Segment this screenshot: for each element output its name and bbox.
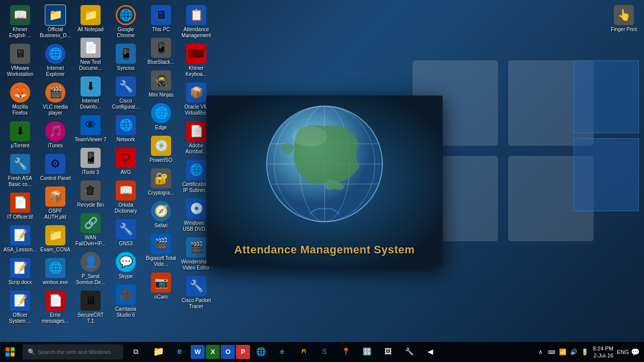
icon-finger-print[interactable]: 👆 Finger Print xyxy=(606,3,641,35)
tray-network-icon[interactable]: 📶 xyxy=(557,347,568,357)
icon-label: Fresh ASA Basic co... xyxy=(4,175,36,188)
popup-globe-area xyxy=(206,96,443,232)
icon-control-panel[interactable]: ⚙ Control Panel xyxy=(38,151,73,184)
icon-safari[interactable]: 🧭 Safari xyxy=(143,199,179,231)
icon-recycle-bin[interactable]: 🗑 Recycle Bin xyxy=(73,178,108,211)
icon-edge[interactable]: 🌐 Edge xyxy=(143,101,179,133)
taskbar-word[interactable]: W xyxy=(191,345,205,359)
syncios-icon: 📱 xyxy=(116,44,136,64)
this-pc-icon: 🖥 xyxy=(151,5,171,25)
icon-google-chrome[interactable]: 🌐 Google Chrome xyxy=(108,3,143,41)
icon-wan-failover[interactable]: 🔗 WAN FailOver+IP... xyxy=(73,211,108,249)
taskbar-edge[interactable]: e xyxy=(170,342,190,362)
icon-orkida-dict[interactable]: 📖 Orkida Dictionary xyxy=(108,178,143,217)
icon-label: Internet Downlo... xyxy=(74,98,107,110)
icon-syncios[interactable]: 📱 Syncios xyxy=(108,41,143,74)
icon-cisco-packet[interactable]: 🔧 Cisco Packet Tracer xyxy=(179,274,214,312)
icon-label: Official Business_D... xyxy=(39,27,71,39)
icon-internet-download[interactable]: ⬇ Internet Downlo... xyxy=(73,74,108,113)
icon-vlc[interactable]: 🎬 VLC media player xyxy=(38,80,73,119)
tray-volume-icon[interactable]: 🔊 xyxy=(569,347,579,357)
icon-label: µTorrent xyxy=(11,143,30,149)
start-button[interactable] xyxy=(0,342,20,362)
icon-attendance-mgmt[interactable]: 📋 Attendance Management xyxy=(179,3,214,41)
taskbar-back[interactable]: ◀ xyxy=(420,342,440,362)
icon-cisco-config[interactable]: 🔧 Cisco Configurat... xyxy=(108,74,143,113)
icon-securecrt[interactable]: 🖥 SecureCRT 7.1 xyxy=(73,288,108,327)
icon-avg[interactable]: 🛡 AVG xyxy=(108,145,143,178)
icon-firefox[interactable]: 🦊 Mozilla Firefox xyxy=(3,80,38,119)
icon-exam-ccna[interactable]: 📁 Exam_CCNA xyxy=(38,223,73,255)
icon-label: iTools 3 xyxy=(82,169,99,175)
taskbar-calc[interactable]: 🔢 xyxy=(357,342,377,362)
ie-icon: 🌐 xyxy=(45,44,65,64)
taskbar-skype[interactable]: S xyxy=(314,342,335,362)
icon-bluestack[interactable]: 📱 BlueStack... xyxy=(143,35,179,68)
taskbar-ppt[interactable]: P xyxy=(236,345,250,359)
icon-officer-system[interactable]: 📝 Officer System ... xyxy=(3,288,38,327)
icon-poweriso[interactable]: 💿 PowerISO xyxy=(143,133,179,166)
tray-notification-icon[interactable]: 💬 xyxy=(630,347,640,357)
tray-language[interactable]: ENG xyxy=(617,349,629,355)
psand-icon: 👤 xyxy=(80,252,101,272)
icon-skype[interactable]: 💬 Skype xyxy=(108,249,143,282)
taskview-button[interactable]: ⧉ xyxy=(126,342,146,362)
skype-icon: 💬 xyxy=(116,252,136,272)
taskbar-tools[interactable]: 🔧 xyxy=(399,342,419,362)
taskbar-excel[interactable]: X xyxy=(206,345,220,359)
icon-label: GNS3 xyxy=(119,241,132,247)
icon-fresh-asa[interactable]: 🔧 Fresh ASA Basic co... xyxy=(3,151,38,190)
icon-winbox[interactable]: 🌐 winbox.exe xyxy=(38,255,73,288)
icon-itunes[interactable]: 🎵 iTunes xyxy=(38,119,73,151)
icon-cryptogram[interactable]: 🔐 Cryptogra... xyxy=(143,166,179,199)
wan-failover-icon: 🔗 xyxy=(80,213,101,233)
search-input[interactable] xyxy=(38,349,118,355)
icon-itools[interactable]: 📱 iTools 3 xyxy=(73,145,108,178)
taskbar-photos[interactable]: 🖼 xyxy=(378,342,398,362)
icon-khmer-english[interactable]: 📖 Khmer English ... xyxy=(3,3,38,41)
asa-lesson-icon: 📝 xyxy=(10,225,30,245)
recycle-bin-icon: 🗑 xyxy=(80,180,101,201)
taskbar-file-explorer[interactable]: 📁 xyxy=(148,342,169,362)
icon-internet-explorer[interactable]: 🌐 Internet Explorer xyxy=(38,41,73,80)
icon-bigasoft[interactable]: 🎬 Bigasoft Total Vide... xyxy=(143,231,179,270)
taskbar-chrome[interactable]: 🌐 xyxy=(251,342,271,362)
icon-camtasia[interactable]: 🎥 Camtasia Studio 6 xyxy=(108,282,143,321)
tray-expand-icon[interactable]: ∧ xyxy=(535,347,545,357)
taskbar-maps[interactable]: 📍 xyxy=(336,342,356,362)
icon-psand[interactable]: 👤 P_Sand Somtus De... xyxy=(73,249,108,288)
icon-vmware[interactable]: 🖥 VMware Workstation xyxy=(3,41,38,80)
icon-label: Safari xyxy=(154,223,168,229)
icon-all-notepad[interactable]: 📁 All Notepad xyxy=(73,3,108,35)
icon-scrip-docx[interactable]: 📝 Scrip.docx xyxy=(3,255,38,288)
icon-official-business[interactable]: 📁 Official Business_D... xyxy=(38,3,73,41)
icon-it-officer[interactable]: 📄 IT Officer.tif xyxy=(3,190,38,223)
icon-ocam[interactable]: 📷 oCam xyxy=(143,270,179,303)
icon-ospf-auth[interactable]: 📦 OSPF AUTH.pkt xyxy=(38,184,73,223)
icon-error-messages[interactable]: 📄 Error messages... xyxy=(38,288,73,327)
icon-label: New Text Docume... xyxy=(74,59,107,71)
icon-gns3[interactable]: 🔧 GNS3 xyxy=(108,217,143,249)
icon-mini-ninjas[interactable]: 🥷 Mini Ninjas xyxy=(143,68,179,101)
icon-khmer-keyboard[interactable]: ⌨ Khmer Keyboa... xyxy=(179,41,214,80)
icon-label: Scrip.docx xyxy=(9,280,32,286)
icon-utorrent[interactable]: ⬇ µTorrent xyxy=(3,119,38,151)
icon-new-text-doc[interactable]: 📄 New Text Docume... xyxy=(73,35,108,74)
tray-keyboard-icon[interactable]: ⌨ xyxy=(546,347,556,357)
icon-label: TeamViewer 7 xyxy=(74,137,106,143)
ospf-auth-icon: 📦 xyxy=(45,187,65,207)
taskbar-outlook[interactable]: O xyxy=(221,345,235,359)
itunes-icon: 🎵 xyxy=(45,121,65,141)
gns3-icon: 🔧 xyxy=(116,219,136,239)
icon-network[interactable]: 🌐 Network xyxy=(108,113,143,145)
taskbar-ie[interactable]: e xyxy=(272,342,292,362)
control-panel-icon: ⚙ xyxy=(45,154,65,174)
icon-asa-lesson[interactable]: 📝 ASA_Lesson... xyxy=(3,223,38,255)
icon-teamviewer[interactable]: 👁 TeamViewer 7 xyxy=(73,113,108,145)
icon-label: Khmer English ... xyxy=(4,27,36,39)
icon-this-pc[interactable]: 🖥 This PC xyxy=(143,3,179,35)
tray-time-display: 8:24 PM xyxy=(593,345,613,352)
taskbar-search-bar[interactable]: 🔍 xyxy=(23,344,123,359)
icon-label: Khmer Keyboa... xyxy=(180,65,212,77)
taskbar-khmer[interactable]: ក xyxy=(293,342,313,362)
